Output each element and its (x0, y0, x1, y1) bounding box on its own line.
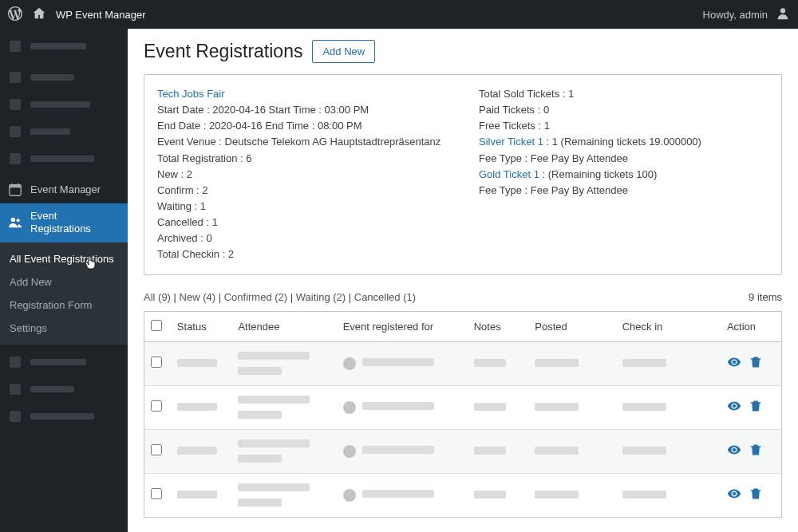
table-row (144, 473, 782, 517)
trash-icon[interactable] (749, 399, 762, 413)
wordpress-icon[interactable] (8, 6, 22, 23)
view-icon[interactable] (727, 487, 741, 501)
items-count: 9 items (749, 291, 782, 303)
th-action: Action (721, 311, 782, 341)
howdy-text[interactable]: Howdy, admin (703, 9, 768, 21)
th-checkin[interactable]: Check in (616, 311, 721, 341)
event-total-reg: Total Registration : 6 (157, 151, 447, 167)
svg-rect-3 (12, 183, 13, 187)
svg-point-5 (11, 218, 15, 222)
sidebar-item-ghost[interactable] (0, 145, 128, 172)
trash-icon[interactable] (749, 487, 762, 501)
add-new-button[interactable]: Add New (312, 40, 375, 63)
table-row (144, 385, 782, 429)
submenu-registration-form[interactable]: Registration Form (0, 294, 128, 317)
svg-point-0 (780, 8, 785, 13)
sidebar-item-event-registrations[interactable]: Event Registrations (0, 203, 128, 242)
event-total-checkin: Total Checkin : 2 (157, 246, 447, 262)
th-posted[interactable]: Posted (528, 311, 615, 341)
sidebar-item-event-manager[interactable]: Event Manager (0, 176, 128, 203)
event-start: Start Date : 2020-04-16 Start Time : 03:… (157, 102, 447, 118)
filter-new[interactable]: New (4) (180, 291, 216, 303)
home-icon[interactable] (32, 6, 46, 23)
filter-bar: All (9) | New (4) | Confirmed (2) | Wait… (144, 291, 782, 303)
sidebar-item-ghost[interactable] (0, 64, 128, 91)
event-confirm: Confirm : 2 (157, 183, 447, 199)
table-row (144, 429, 782, 473)
sidebar-item-ghost[interactable] (0, 403, 128, 430)
submenu-add-new[interactable]: Add New (0, 270, 128, 294)
filter-cancelled[interactable]: Cancelled (1) (354, 291, 416, 303)
sidebar-item-ghost[interactable] (0, 91, 128, 118)
page-title: Event Registrations (144, 41, 302, 62)
event-archived: Archived : 0 (157, 231, 447, 246)
event-cancelled: Cancelled : 1 (157, 215, 447, 231)
row-checkbox[interactable] (151, 400, 162, 412)
row-checkbox[interactable] (151, 357, 162, 368)
row-checkbox[interactable] (151, 444, 162, 455)
submenu-all-registrations[interactable]: All Event Registrations (0, 247, 128, 270)
th-attendee[interactable]: Attendee (231, 311, 336, 341)
admin-sidebar: Event Manager Event Registrations All Ev… (0, 29, 128, 532)
th-status[interactable]: Status (171, 311, 232, 341)
filter-confirmed[interactable]: Confirmed (2) (224, 291, 287, 303)
event-waiting: Waiting : 1 (157, 199, 447, 215)
main-content: Event Registrations Add New Tech Jobs Fa… (128, 29, 798, 532)
sidebar-item-label: Event Manager (30, 183, 101, 196)
event-fee2: Fee Type : Fee Pay By Attendee (479, 183, 768, 199)
sidebar-item-ghost[interactable] (0, 33, 128, 60)
registrations-table: Status Attendee Event registered for Not… (144, 311, 782, 518)
th-notes[interactable]: Notes (468, 311, 529, 341)
table-row (144, 341, 782, 385)
view-icon[interactable] (727, 355, 741, 369)
select-all-checkbox[interactable] (151, 320, 162, 331)
event-summary-box: Tech Jobs Fair Start Date : 2020-04-16 S… (144, 74, 782, 275)
th-event-for[interactable]: Event registered for (337, 311, 468, 341)
event-end: End Date : 2020-04-16 End Time : 08:00 P… (157, 118, 447, 134)
trash-icon[interactable] (749, 443, 762, 457)
filter-waiting[interactable]: Waiting (2) (296, 291, 346, 303)
people-icon (8, 215, 22, 230)
silver-ticket-link[interactable]: Silver Ticket 1 (479, 136, 543, 148)
filter-all[interactable]: All (9) (144, 291, 171, 303)
event-new: New : 2 (157, 167, 447, 183)
view-icon[interactable] (727, 399, 741, 413)
admin-bar: WP Event Manager Howdy, admin (0, 0, 798, 29)
submenu-settings[interactable]: Settings (0, 317, 128, 340)
event-paid: Paid Tickets : 0 (479, 102, 768, 118)
sidebar-item-ghost[interactable] (0, 118, 128, 145)
event-venue: Event Venue : Deutsche Telekom AG Haupts… (157, 134, 447, 150)
svg-point-6 (17, 219, 20, 222)
event-free: Free Tickets : 1 (479, 118, 768, 134)
event-name-link[interactable]: Tech Jobs Fair (157, 86, 447, 102)
trash-icon[interactable] (749, 355, 762, 369)
sidebar-submenu: All Event Registrations Add New Registra… (0, 242, 128, 345)
sidebar-item-label: Event Registrations (30, 210, 91, 236)
svg-rect-4 (18, 183, 18, 187)
sidebar-item-ghost[interactable] (0, 349, 128, 376)
event-fee1: Fee Type : Fee Pay By Attendee (479, 151, 768, 167)
svg-rect-2 (10, 185, 21, 188)
site-title[interactable]: WP Event Manager (56, 9, 145, 21)
calendar-icon (8, 183, 22, 197)
cursor-hand-icon (85, 255, 97, 270)
sidebar-item-ghost[interactable] (0, 376, 128, 403)
event-sold: Total Sold Tickets : 1 (479, 86, 768, 102)
row-checkbox[interactable] (151, 488, 162, 499)
gold-ticket-link[interactable]: Gold Ticket 1 (479, 168, 539, 180)
user-avatar-icon[interactable] (776, 6, 790, 23)
view-icon[interactable] (727, 443, 741, 457)
